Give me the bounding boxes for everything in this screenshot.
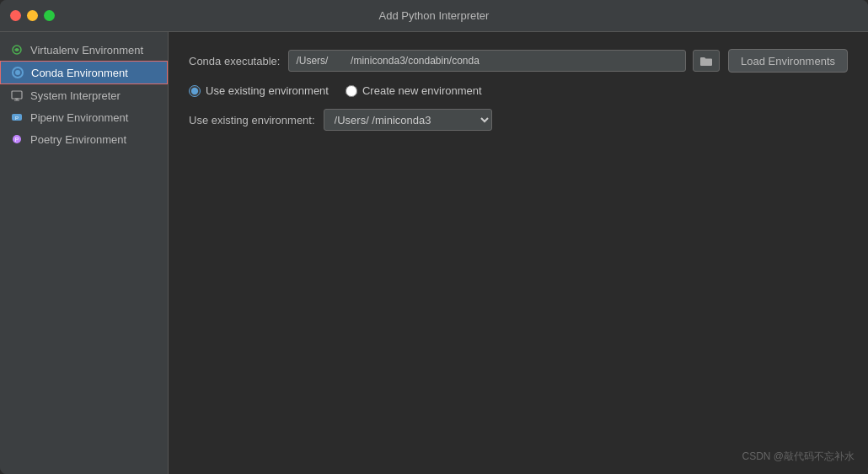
title-bar: Add Python Interpreter (0, 0, 868, 32)
svg-text:P: P (15, 116, 19, 121)
conda-executable-row: Conda executable: Load Environments (189, 49, 848, 73)
use-existing-env-label: Use existing environment: (189, 114, 315, 127)
use-existing-env-row: Use existing environment: /Users/ /minic… (189, 109, 848, 131)
sidebar-item-pipenv-label: Pipenv Environment (30, 111, 128, 124)
conda-icon (11, 66, 24, 79)
sidebar-item-virtualenv-label: Virtualenv Environment (30, 44, 143, 57)
virtualenv-icon (10, 43, 24, 57)
watermark: CSDN @敲代码不忘补水 (742, 450, 855, 464)
create-new-radio-label: Create new environment (362, 84, 482, 97)
sidebar-item-system[interactable]: System Interpreter (0, 84, 168, 106)
create-new-radio-input[interactable] (346, 85, 357, 97)
load-environments-button[interactable]: Load Environments (728, 49, 848, 73)
maximize-button[interactable] (44, 10, 55, 21)
title-bar-controls (10, 10, 55, 21)
sidebar-item-system-label: System Interpreter (30, 89, 121, 102)
sidebar-item-pipenv[interactable]: P Pipenv Environment (0, 106, 168, 128)
dialog-wrapper: Add Python Interpreter Virtualenv Enviro… (0, 0, 868, 474)
main-content: Virtualenv Environment Conda Environment (0, 32, 868, 474)
create-new-radio-option[interactable]: Create new environment (346, 84, 482, 97)
use-existing-radio-option[interactable]: Use existing environment (189, 84, 329, 97)
sidebar-item-poetry-label: Poetry Environment (30, 133, 126, 146)
dialog-title: Add Python Interpreter (379, 9, 490, 22)
conda-executable-label: Conda executable: (189, 55, 280, 67)
sidebar-item-poetry[interactable]: P Poetry Environment (0, 128, 168, 150)
right-panel: Conda executable: Load Environments Use … (169, 32, 868, 474)
folder-browse-button[interactable] (693, 50, 720, 72)
svg-text:P: P (15, 137, 19, 143)
system-icon (10, 89, 24, 102)
use-existing-radio-input[interactable] (189, 85, 201, 97)
poetry-icon: P (10, 132, 24, 146)
svg-rect-1 (12, 91, 22, 99)
sidebar-item-virtualenv[interactable]: Virtualenv Environment (0, 39, 168, 61)
watermark-text: CSDN @敲代码不忘补水 (742, 450, 855, 462)
conda-executable-input[interactable] (288, 50, 686, 72)
minimize-button[interactable] (27, 10, 38, 21)
sidebar-item-conda[interactable]: Conda Environment (0, 61, 168, 84)
pipenv-icon: P (10, 110, 24, 124)
conda-executable-input-group (288, 50, 720, 72)
existing-env-dropdown[interactable]: /Users/ /miniconda3 (324, 109, 492, 131)
environment-type-radio-group: Use existing environment Create new envi… (189, 84, 848, 97)
sidebar: Virtualenv Environment Conda Environment (0, 32, 169, 474)
use-existing-radio-label: Use existing environment (206, 84, 329, 97)
close-button[interactable] (10, 10, 21, 21)
sidebar-item-conda-label: Conda Environment (31, 67, 128, 79)
